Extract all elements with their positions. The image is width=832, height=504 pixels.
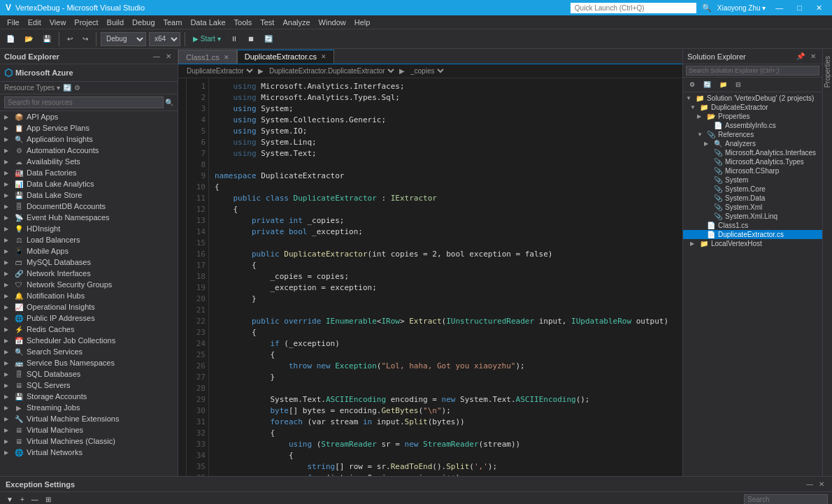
stop-btn[interactable]: ⏹ [244, 33, 258, 45]
tree-item-mobile-apps[interactable]: ▶📱Mobile Apps [0, 245, 178, 257]
exception-delete-btn[interactable]: — [29, 495, 41, 504]
toolbar-redo-btn[interactable]: ↪ [79, 33, 92, 45]
sol-showfiles-btn[interactable]: 📁 [716, 79, 731, 90]
sol-class1[interactable]: 📄 Class1.cs [683, 221, 822, 230]
toolbar-save-btn[interactable]: 💾 [39, 33, 55, 45]
code-text[interactable]: using Microsoft.Analytics.Interfaces; us… [209, 78, 682, 476]
menu-test[interactable]: Test [256, 18, 278, 27]
sol-ref-system-core[interactable]: 📎 System.Core [683, 185, 822, 194]
sol-duplicate-extractor-cs[interactable]: 📄 DuplicateExtractor.cs [683, 230, 822, 239]
tree-item-search-services[interactable]: ▶🔍Search Services [0, 346, 178, 357]
menu-build[interactable]: Build [103, 18, 128, 27]
tab-duplicate-extractor[interactable]: DuplicateExtractor.cs ✕ [237, 50, 334, 64]
exception-panel-close[interactable]: ✕ [817, 480, 826, 489]
sol-collapse-btn[interactable]: ⊟ [732, 79, 745, 90]
resource-types-label[interactable]: Resource Types ▾ [4, 84, 60, 92]
tree-item-redis-caches[interactable]: ▶⚡Redis Caches [0, 324, 178, 335]
menu-tools[interactable]: Tools [230, 18, 257, 27]
exception-search-input[interactable] [744, 494, 828, 504]
menu-view[interactable]: View [45, 18, 71, 27]
settings-btn[interactable]: ⚙ [74, 84, 80, 92]
tab-class1[interactable]: Class1.cs ✕ [178, 50, 237, 64]
tree-item-operational-insights[interactable]: ▶📈Operational Insights [0, 301, 178, 312]
tree-item-hdinsight[interactable]: ▶💡HDInsight [0, 223, 178, 234]
tree-item-vms[interactable]: ▶🖥Virtual Machines [0, 424, 178, 435]
sol-ref-system-xml[interactable]: 📎 System.Xml [683, 203, 822, 212]
tree-item-load-balancers[interactable]: ▶⚖Load Balancers [0, 234, 178, 245]
menu-debug[interactable]: Debug [128, 18, 159, 27]
cloud-panel-close[interactable]: ✕ [164, 52, 173, 61]
sol-ref-analytics-ifaces[interactable]: 📎 Microsoft.Analytics.Interfaces [683, 148, 822, 157]
sol-properties-btn[interactable]: ⚙ [686, 79, 698, 90]
pause-btn[interactable]: ⏸ [227, 33, 241, 45]
toolbar-new-btn[interactable]: 📄 [3, 33, 18, 45]
start-btn[interactable]: ▶ Start ▾ [189, 33, 224, 45]
sol-ref-system-data[interactable]: 📎 System.Data [683, 194, 822, 203]
tree-item-notification-hubs[interactable]: ▶🔔Notification Hubs [0, 290, 178, 301]
exception-add-btn[interactable]: + [18, 495, 27, 504]
properties-label[interactable]: Properties [824, 56, 831, 88]
tree-item-vnet[interactable]: ▶🌐Virtual Networks [0, 447, 178, 458]
restart-btn[interactable]: 🔄 [261, 33, 276, 45]
minimize-btn[interactable]: — [771, 3, 787, 12]
toolbar-open-btn[interactable]: 📂 [21, 33, 36, 45]
cloud-panel-minimize[interactable]: — [151, 52, 162, 61]
cloud-search-input[interactable] [4, 96, 164, 108]
tree-item-api-apps[interactable]: ▶📦API Apps [0, 111, 178, 122]
tree-item-streaming-jobs[interactable]: ▶▶Streaming Jobs [0, 402, 178, 413]
solution-panel-close[interactable]: ✕ [808, 52, 818, 61]
sol-assemblyinfo[interactable]: 📄 AssemblyInfo.cs [683, 121, 822, 130]
menu-window[interactable]: Window [315, 18, 350, 27]
tree-item-app-insights[interactable]: ▶🔍Application Insights [0, 134, 178, 145]
tree-item-datalake-analytics[interactable]: ▶📊Data Lake Analytics [0, 178, 178, 189]
exception-filter-btn[interactable]: ▼ [4, 495, 15, 504]
menu-project[interactable]: Project [70, 18, 102, 27]
breadcrumb-namespace[interactable]: DuplicateExtractor [184, 66, 255, 75]
sol-analyzers[interactable]: ▶ 🔍 Analyzers [683, 139, 822, 148]
solution-search-input[interactable] [686, 66, 819, 75]
menu-edit[interactable]: Edit [24, 18, 45, 27]
tree-item-availability[interactable]: ▶☁Availability Sets [0, 156, 178, 167]
tree-item-documentdb[interactable]: ▶🗄DocumentDB Accounts [0, 201, 178, 212]
refresh-btn[interactable]: 🔄 [63, 84, 71, 92]
user-label[interactable]: Xiaoyong Zhu ▾ [717, 4, 766, 12]
tree-item-public-ip[interactable]: ▶🌐Public IP Addresses [0, 312, 178, 324]
tree-item-app-service[interactable]: ▶📋App Service Plans [0, 122, 178, 134]
maximize-btn[interactable]: □ [793, 3, 806, 12]
code-editor[interactable]: 12345 678910 1112131415 1617181920 21222… [178, 78, 682, 476]
close-btn[interactable]: ✕ [812, 3, 826, 13]
sol-ref-analytics-types[interactable]: 📎 Microsoft.Analytics.Types [683, 157, 822, 166]
menu-datalake[interactable]: Data Lake [186, 18, 229, 27]
sol-ref-system-xmllinq[interactable]: 📎 System.Xml.Linq [683, 212, 822, 221]
breadcrumb-class[interactable]: DuplicateExtractor.DuplicateExtractor [266, 66, 396, 75]
tab-dup-close[interactable]: ✕ [321, 53, 327, 60]
tree-item-event-hub[interactable]: ▶📡Event Hub Namespaces [0, 212, 178, 223]
sol-duplicate-extractor[interactable]: ▼ 📁 DuplicateExtractor [683, 103, 822, 112]
menu-analyze[interactable]: Analyze [278, 18, 314, 27]
tree-item-datalake-store[interactable]: ▶💾Data Lake Store [0, 189, 178, 201]
sol-refresh-btn[interactable]: 🔄 [700, 79, 715, 90]
tree-item-vms-classic[interactable]: ▶🖥Virtual Machines (Classic) [0, 435, 178, 447]
tree-item-automation[interactable]: ▶⚙Automation Accounts [0, 145, 178, 156]
sol-references[interactable]: ▼ 📎 References [683, 130, 822, 139]
tree-item-vm-extensions[interactable]: ▶🔧Virtual Machine Extensions [0, 413, 178, 424]
sol-local-vertex-host[interactable]: ▶ 📁 LocalVertexHost [683, 239, 822, 248]
sol-ref-system[interactable]: 📎 System [683, 175, 822, 185]
menu-team[interactable]: Team [159, 18, 187, 27]
menu-help[interactable]: Help [350, 18, 375, 27]
exception-panel-minimize[interactable]: — [804, 480, 815, 489]
debug-config-select[interactable]: Debug Release [101, 32, 146, 46]
tree-item-service-bus[interactable]: ▶🚌Service Bus Namespaces [0, 357, 178, 368]
quick-launch-input[interactable] [571, 3, 696, 13]
tree-item-scheduler-jobs[interactable]: ▶📅Scheduler Job Collections [0, 335, 178, 346]
sol-properties[interactable]: ▶ 📂 Properties [683, 112, 822, 121]
toolbar-undo-btn[interactable]: ↩ [64, 33, 76, 45]
tree-item-mysql[interactable]: ▶🗃MySQL Databases [0, 257, 178, 268]
solution-panel-pin[interactable]: 📌 [794, 52, 807, 61]
tab-class1-close[interactable]: ✕ [224, 54, 229, 61]
tree-item-storage[interactable]: ▶💾Storage Accounts [0, 391, 178, 402]
sol-ref-csharp[interactable]: 📎 Microsoft.CSharp [683, 166, 822, 175]
tree-item-sql-db[interactable]: ▶🗄SQL Databases [0, 368, 178, 380]
tree-item-data-factories[interactable]: ▶🏭Data Factories [0, 167, 178, 178]
tree-item-nsg[interactable]: ▶🛡Network Security Groups [0, 279, 178, 290]
